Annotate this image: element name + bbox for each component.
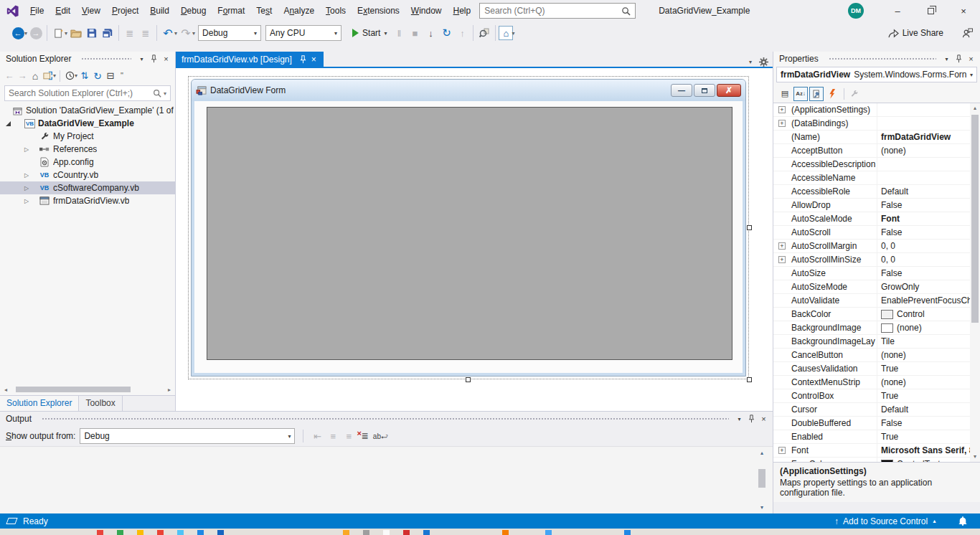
scroll-up-arrow[interactable]: ▴ — [760, 450, 763, 456]
menu-debug[interactable]: Debug — [175, 0, 212, 22]
previous-message-icon[interactable]: ≡ — [325, 428, 341, 444]
menu-file[interactable]: File — [24, 0, 50, 22]
menu-view[interactable]: View — [76, 0, 106, 22]
property-value[interactable]: GrowOnly — [877, 280, 970, 293]
solution-explorer-toolbox-icon[interactable]: ⌂ — [499, 26, 513, 40]
tree-item-my-project[interactable]: My Project — [0, 130, 175, 143]
se-back-icon[interactable]: ← — [3, 68, 16, 84]
pin-icon[interactable] — [953, 53, 965, 65]
start-debugging-button[interactable]: Start ▾ — [348, 24, 391, 42]
restore-button[interactable] — [914, 0, 947, 22]
collapse-all-icon[interactable]: ⊟ — [104, 68, 117, 84]
undo-dropdown[interactable]: ▾ — [174, 30, 177, 37]
step-out-icon[interactable]: ↑ — [454, 25, 470, 41]
property-row-causesvalidation[interactable]: CausesValidationTrue — [773, 362, 970, 376]
expand-plus-icon[interactable]: + — [778, 242, 786, 250]
tree-item-ccountry-vb[interactable]: ▷VBcCountry.vb — [0, 169, 175, 181]
expand-plus-icon[interactable]: + — [778, 120, 786, 127]
property-row-autoscalemode[interactable]: AutoScaleModeFont — [773, 212, 970, 226]
property-value[interactable]: Control — [877, 308, 970, 321]
designer-canvas[interactable]: DataGridView Form — ✗ — [176, 68, 773, 411]
scroll-down-arrow[interactable]: ▾ — [760, 504, 763, 511]
quick-search-box[interactable] — [479, 3, 636, 19]
close-icon[interactable]: × — [965, 53, 977, 65]
window-position-dropdown-icon[interactable]: ▾ — [136, 53, 148, 65]
scroll-down-arrow[interactable]: ▾ — [974, 452, 976, 462]
show-next-statement-icon[interactable]: ↓ — [423, 25, 438, 41]
taskbar-app-icon[interactable] — [97, 530, 103, 535]
save-all-icon[interactable] — [100, 25, 116, 41]
property-value[interactable]: True — [877, 362, 970, 375]
tab-close-icon[interactable]: × — [308, 54, 319, 65]
taskbar-app-icon[interactable] — [502, 530, 509, 535]
property-value[interactable]: Microsoft Sans Serif, 8. — [877, 444, 970, 457]
expand-plus-icon[interactable]: + — [778, 256, 786, 263]
menu-analyze[interactable]: Analyze — [278, 0, 320, 22]
property-row-autoscrollmargin[interactable]: +AutoScrollMargin0, 0 — [773, 240, 970, 253]
property-value[interactable] — [877, 117, 970, 130]
property-value[interactable]: Default — [877, 403, 970, 416]
property-value[interactable]: True — [877, 389, 970, 402]
property-value[interactable]: False — [877, 226, 970, 239]
menu-build[interactable]: Build — [144, 0, 175, 22]
toggle-word-wrap-icon[interactable]: ab⮐ — [372, 428, 388, 444]
tree-item-solution-datagridview-example-1-of[interactable]: Solution 'DataGridView_Example' (1 of — [0, 104, 175, 117]
tool-tab-toolbox[interactable]: Toolbox — [79, 396, 122, 411]
taskbar-app-icon[interactable] — [137, 530, 143, 535]
pin-icon[interactable] — [148, 53, 160, 65]
property-value[interactable]: False — [877, 267, 970, 280]
design-form[interactable]: DataGridView Form — ✗ — [191, 79, 746, 377]
property-row-font[interactable]: +FontMicrosoft Sans Serif, 8. — [773, 444, 970, 458]
property-row-enabled[interactable]: EnabledTrue — [773, 430, 970, 444]
tree-item-app-config[interactable]: App.config — [0, 156, 175, 169]
expand-plus-icon[interactable]: + — [778, 106, 786, 113]
user-avatar[interactable]: DM — [848, 3, 864, 19]
taskbar-app-icon[interactable] — [157, 530, 164, 535]
taskbar-app-icon[interactable] — [624, 530, 631, 535]
solution-explorer-search-box[interactable]: ▾ — [4, 85, 171, 101]
property-row-autosize[interactable]: AutoSizeFalse — [773, 267, 970, 280]
property-value[interactable]: Tile — [877, 335, 970, 348]
comment-lines-icon[interactable]: ≣ — [122, 25, 138, 41]
datagridview-control[interactable] — [207, 107, 732, 360]
output-source-select[interactable]: Debug▾ — [80, 428, 295, 444]
expander-icon[interactable]: ▷ — [24, 146, 39, 153]
navigate-backward-icon[interactable]: ← — [10, 25, 26, 41]
property-value[interactable]: 0, 0 — [877, 240, 970, 252]
solution-explorer-search-input[interactable] — [9, 88, 153, 98]
se-forward-icon[interactable]: → — [16, 68, 29, 84]
property-row-autoscroll[interactable]: AutoScrollFalse — [773, 226, 970, 240]
property-value[interactable]: False — [877, 199, 970, 212]
horizontal-scrollbar[interactable]: ◂ ▸ — [1, 385, 174, 394]
property-row-accessiblename[interactable]: AccessibleName — [773, 171, 970, 185]
property-row-accessiblerole[interactable]: AccessibleRoleDefault — [773, 185, 970, 199]
se-toolbar-overflow-icon[interactable]: '' — [117, 68, 127, 84]
tree-item-frmdatagridview-vb[interactable]: ▷frmDataGridView.vb — [0, 194, 175, 207]
expander-icon[interactable] — [6, 121, 24, 126]
property-row-controlbox[interactable]: ControlBoxTrue — [773, 389, 970, 403]
scroll-up-arrow[interactable]: ▴ — [974, 103, 976, 113]
solution-platform-select[interactable]: Any CPU▾ — [265, 25, 341, 41]
menu-test[interactable]: Test — [250, 0, 278, 22]
property-pages-icon[interactable] — [847, 87, 862, 101]
stop-icon[interactable]: ■ — [407, 25, 423, 41]
events-icon[interactable] — [825, 87, 839, 101]
property-row-cancelbutton[interactable]: CancelButton(none) — [773, 349, 970, 362]
taskbar-app-icon[interactable] — [197, 530, 204, 535]
scrollbar-thumb[interactable] — [16, 387, 131, 392]
window-position-dropdown-icon[interactable]: ▾ — [941, 53, 953, 65]
property-value[interactable]: frmDataGridView — [877, 131, 970, 143]
filter-dropdown[interactable]: ▾ — [75, 72, 77, 79]
navigate-backward-dropdown[interactable]: ▾ — [24, 30, 27, 37]
property-value[interactable]: Default — [877, 185, 970, 198]
property-value[interactable]: EnablePreventFocusCh — [877, 294, 970, 307]
tab-pin-icon[interactable] — [298, 54, 308, 65]
source-control-dropdown-icon[interactable]: ▲ — [932, 519, 937, 524]
property-value[interactable]: False — [877, 417, 970, 430]
property-value[interactable]: (none) — [877, 349, 970, 361]
properties-view-icon[interactable] — [809, 87, 824, 101]
property-row-applicationsettings[interactable]: +(ApplicationSettings) — [773, 103, 970, 117]
property-row-cursor[interactable]: CursorDefault — [773, 403, 970, 417]
taskbar-app-icon[interactable] — [423, 530, 430, 535]
feedback-person-icon[interactable] — [962, 28, 973, 38]
